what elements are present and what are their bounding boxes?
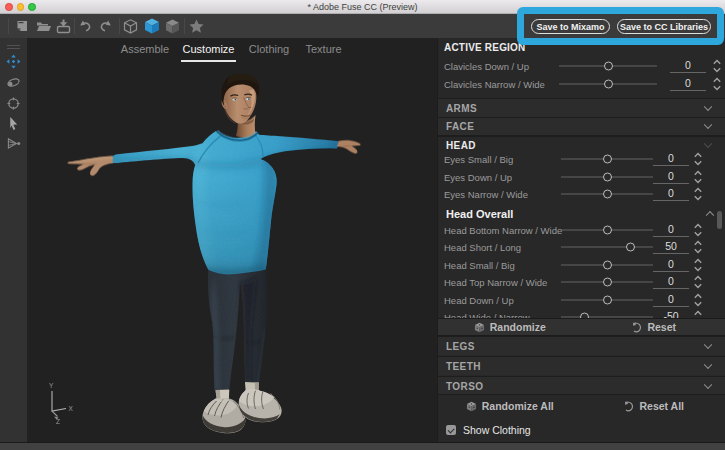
slider-handle[interactable] xyxy=(626,243,635,252)
value-stepper[interactable] xyxy=(693,310,703,318)
slider-handle[interactable] xyxy=(603,295,612,304)
move-tool-button[interactable] xyxy=(0,51,27,72)
main-area: AssembleCustomizeClothingTexture xyxy=(0,38,725,442)
chevron-up-icon xyxy=(706,211,714,219)
redo-button[interactable] xyxy=(96,14,116,38)
stepper-down-icon xyxy=(695,179,701,182)
slider-row: Eyes Small / Big 0 xyxy=(438,151,725,169)
section-face[interactable]: FACE xyxy=(438,117,725,136)
cube-active-icon xyxy=(143,17,161,35)
value-stepper[interactable] xyxy=(712,77,722,92)
slider-value-input[interactable]: 50 xyxy=(653,240,689,254)
target-tool-button[interactable] xyxy=(0,93,27,114)
reset-button[interactable]: Reset xyxy=(582,319,725,335)
slider-value-input[interactable]: 0 xyxy=(653,223,689,237)
value-stepper[interactable] xyxy=(693,152,703,167)
panel-scrollbar-thumb[interactable] xyxy=(717,211,722,229)
redo-icon xyxy=(98,18,114,34)
tool-sidebar xyxy=(0,38,27,442)
slider-value-input[interactable]: 0 xyxy=(653,258,689,272)
show-clothing-label: Show Clothing xyxy=(463,424,531,436)
stepper-down-icon xyxy=(695,285,701,288)
slider-value-input[interactable]: 0 xyxy=(653,187,689,201)
slider-track[interactable] xyxy=(559,62,657,71)
stepper-up-icon xyxy=(695,294,701,297)
slider-label: Eyes Narrow / Wide xyxy=(444,189,528,200)
value-stepper[interactable] xyxy=(693,222,703,237)
slider-track[interactable] xyxy=(561,155,653,164)
stepper-up-icon xyxy=(695,312,701,315)
slider-row: Head Bottom Narrow / Wide 0 xyxy=(438,221,725,239)
open-file-button[interactable] xyxy=(33,14,53,38)
slider-row: Head Wide / Narrow -50 xyxy=(438,309,725,319)
target-tool-icon xyxy=(6,96,21,111)
save-to-mixamo-button[interactable]: Save to Mixamo xyxy=(531,19,610,34)
perspective-tool-button[interactable] xyxy=(0,133,27,154)
value-stepper[interactable] xyxy=(693,169,703,184)
slider-handle[interactable] xyxy=(603,260,612,269)
value-stepper[interactable] xyxy=(693,275,703,290)
section-legs[interactable]: LEGS xyxy=(438,336,725,355)
slider-value-input[interactable]: 0 xyxy=(653,170,689,184)
chevron-down-icon xyxy=(704,102,712,110)
view-wireframe-button[interactable] xyxy=(120,14,140,38)
slider-handle[interactable] xyxy=(603,172,612,181)
app-window: * Adobe Fuse CC (Preview) xyxy=(0,0,725,450)
slider-track[interactable] xyxy=(561,295,653,304)
slider-value-input[interactable]: 0 xyxy=(670,59,706,73)
slider-track[interactable] xyxy=(561,260,653,269)
slider-handle[interactable] xyxy=(604,62,613,71)
slider-track[interactable] xyxy=(561,225,653,234)
view-shaded-button[interactable] xyxy=(142,14,162,38)
randomize-button[interactable]: Randomize xyxy=(438,319,582,335)
select-tool-icon xyxy=(7,116,20,131)
slider-track[interactable] xyxy=(561,243,653,252)
sidebar-drag-handle[interactable] xyxy=(7,45,20,49)
value-stepper[interactable] xyxy=(693,240,703,255)
head-overall-sliders: Head Bottom Narrow / Wide 0 Head Short /… xyxy=(438,221,725,318)
slider-handle[interactable] xyxy=(603,225,612,234)
slider-value-input[interactable]: 0 xyxy=(653,293,689,307)
slider-track[interactable] xyxy=(561,278,653,287)
value-stepper[interactable] xyxy=(712,59,722,74)
new-file-icon xyxy=(14,18,30,34)
randomize-all-button[interactable]: Randomize All xyxy=(438,396,582,416)
section-arms[interactable]: ARMS xyxy=(438,98,725,117)
star-icon xyxy=(188,18,205,35)
value-stepper[interactable] xyxy=(693,257,703,272)
reset-all-button[interactable]: Reset All xyxy=(582,396,725,416)
slider-value-input[interactable]: 0 xyxy=(653,275,689,289)
stepper-up-icon xyxy=(695,154,701,157)
new-file-button[interactable] xyxy=(12,14,32,38)
slider-value-input[interactable]: 0 xyxy=(653,152,689,166)
eye-sliders: Eyes Small / Big 0 Eyes Down / Up 0 Ey xyxy=(438,151,725,204)
slider-track[interactable] xyxy=(561,190,653,199)
section-teeth[interactable]: TEETH xyxy=(438,356,725,375)
save-to-cc-libraries-button[interactable]: Save to CC Libraries xyxy=(617,19,711,34)
slider-row: Head Top Narrow / Wide 0 xyxy=(438,274,725,292)
select-tool-button[interactable] xyxy=(0,113,27,134)
viewport-canvas[interactable]: AssembleCustomizeClothingTexture xyxy=(27,38,437,442)
slider-label: Head Short / Long xyxy=(444,242,521,253)
slider-track[interactable] xyxy=(559,80,657,89)
show-clothing-checkbox[interactable]: Show Clothing xyxy=(446,422,531,438)
clavicle-sliders: Clavicles Down / Up 0 Clavicles Narrow /… xyxy=(438,57,725,93)
slider-track[interactable] xyxy=(561,172,653,181)
favorites-button[interactable] xyxy=(186,14,206,38)
slider-value-input[interactable]: 0 xyxy=(670,77,706,91)
character-model[interactable] xyxy=(27,38,437,442)
undo-button[interactable] xyxy=(75,14,95,38)
save-button[interactable] xyxy=(53,14,73,38)
section-torso[interactable]: TORSO xyxy=(438,376,725,395)
slider-handle[interactable] xyxy=(603,190,612,199)
slider-handle[interactable] xyxy=(604,80,613,89)
value-stepper[interactable] xyxy=(693,187,703,202)
orbit-tool-button[interactable] xyxy=(0,72,27,93)
slider-handle[interactable] xyxy=(603,278,612,287)
value-stepper[interactable] xyxy=(693,292,703,307)
slider-value-input[interactable]: -50 xyxy=(653,310,689,318)
slider-row: Head Down / Up 0 xyxy=(438,291,725,309)
slider-handle[interactable] xyxy=(603,155,612,164)
view-textured-button[interactable] xyxy=(162,14,182,38)
slider-label: Clavicles Narrow / Wide xyxy=(444,79,545,90)
